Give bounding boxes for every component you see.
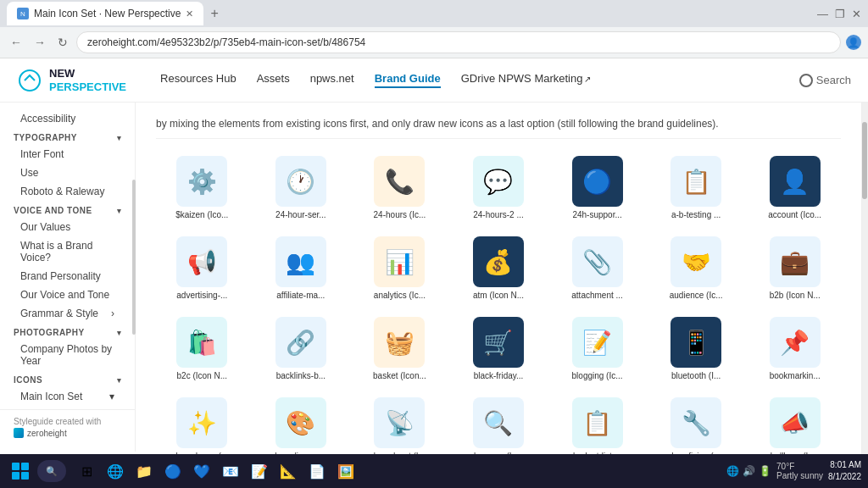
nav-brand-guide[interactable]: Brand Guide <box>375 72 441 88</box>
start-button[interactable] <box>7 458 34 485</box>
icon-label-24hours2: 24-hours-2 ... <box>473 210 523 219</box>
taskbar-app-vscode[interactable]: 💙 <box>188 458 215 485</box>
icon-item-24hours2[interactable]: 💬24-hours-2 ... <box>453 152 545 223</box>
icon-item-attachment[interactable]: 📎attachment ... <box>551 233 643 303</box>
icon-item-ab-testing[interactable]: 📋a-b-testing ... <box>650 152 743 223</box>
icon-item-bluetooth[interactable]: 📱bluetooth (I... <box>650 313 743 384</box>
tab-title: Main Icon Set · New Perspective <box>34 8 181 19</box>
icon-item-analytics[interactable]: 📊analytics (Ic... <box>353 233 446 303</box>
icon-item-advertising[interactable]: 📢advertising-... <box>156 233 248 303</box>
taskbar-app-chrome[interactable]: 🔵 <box>159 458 186 485</box>
icon-item-black-friday[interactable]: 🛒black-friday... <box>453 313 545 384</box>
icon-item-audience[interactable]: 🤝audience (Ic... <box>650 233 743 303</box>
sidebar-item-inter-font[interactable]: Inter Font <box>0 145 135 164</box>
icon-item-atm[interactable]: 💰atm (Icon N... <box>453 233 545 303</box>
sidebar-section-photography[interactable]: PHOTOGRAPHY ▾ <box>0 323 135 340</box>
taskbar-app-explorer[interactable]: 📁 <box>131 458 158 485</box>
icon-item-b2b[interactable]: 💼b2b (Icon N... <box>748 233 841 303</box>
restore-button[interactable]: ❐ <box>835 8 845 20</box>
sidebar-item-roboto[interactable]: Roboto & Raleway <box>0 182 135 201</box>
taskbar: 🔍 ⊞ 🌐 📁 🔵 💙 📧 📝 📐 📄 🖼️ 🌐 🔊 🔋 70°F Partly… <box>0 454 868 488</box>
icon-image-atm: 💰 <box>473 236 524 287</box>
sidebar-section-icons[interactable]: ICONS ▾ <box>0 370 135 387</box>
icon-item-backlinks[interactable]: 🔗backlinks-b... <box>255 313 348 384</box>
search-button[interactable]: Search <box>799 74 851 87</box>
sidebar-section-voice[interactable]: VOICE AND TONE ▾ <box>0 201 135 218</box>
sidebar-item-main-icon-set[interactable]: Main Icon Set ▾ <box>0 387 135 406</box>
taskbar-app-acrobat[interactable]: 📄 <box>303 458 331 485</box>
sidebar-item-our-values[interactable]: Our Values <box>0 218 135 236</box>
icon-item-basket[interactable]: 🧺basket (Icon... <box>353 313 446 384</box>
intro-text: by mixing the elements from existing ico… <box>156 116 841 139</box>
icon-label-bluetooth: bluetooth (I... <box>671 371 721 380</box>
taskbar-app-ps[interactable]: 🖼️ <box>332 458 359 485</box>
icon-item-kaizen[interactable]: ⚙️$kaizen (Ico... <box>156 152 248 223</box>
icon-label-black-friday: black-friday... <box>474 371 524 380</box>
close-window-button[interactable]: ✕ <box>852 8 861 20</box>
nav-npws[interactable]: npws.net <box>310 72 354 88</box>
forward-button[interactable]: → <box>31 34 49 51</box>
new-tab-button[interactable]: + <box>203 6 225 21</box>
profile-icon[interactable]: 👤 <box>846 35 861 50</box>
icon-item-b2c[interactable]: 🛍️b2c (Icon N... <box>156 313 248 384</box>
address-bar: ← → ↻ zeroheight.com/4e95323b2/p/735eb4-… <box>0 27 868 58</box>
sound-icon[interactable]: 🔊 <box>743 465 755 477</box>
icon-item-affiliate-ma[interactable]: 👥affiliate-ma... <box>255 233 348 303</box>
icon-label-24h-support: 24h-suppor... <box>572 210 621 219</box>
battery-icon[interactable]: 🔋 <box>759 465 771 477</box>
sidebar-section-typography[interactable]: TYPOGRAPHY ▾ <box>0 128 135 145</box>
tab-close-button[interactable]: ✕ <box>186 8 193 19</box>
chevron-down-icon: ▾ <box>117 329 122 337</box>
url-input[interactable]: zeroheight.com/4e95323b2/p/735eb4-main-i… <box>76 31 841 53</box>
icon-image-24hours: 📞 <box>374 156 425 207</box>
sidebar-item-accessibility[interactable]: Accessibility <box>0 109 135 128</box>
icon-image-bullhorn: 📣 <box>770 397 821 448</box>
minimize-button[interactable]: — <box>817 8 828 20</box>
icon-label-analytics: analytics (Ic... <box>374 291 426 300</box>
icon-image-audience: 🤝 <box>670 236 721 287</box>
main-scrollbar[interactable] <box>861 103 868 488</box>
icon-item-24hr-service[interactable]: 🕐24-hour-ser... <box>255 152 348 223</box>
sidebar-item-our-voice[interactable]: Our Voice and Tone <box>0 286 135 304</box>
sidebar-item-use[interactable]: Use <box>0 164 135 182</box>
icon-image-analytics: 📊 <box>374 236 425 287</box>
sidebar-item-company-photos[interactable]: Company Photos by Year <box>0 340 135 370</box>
icon-item-24h-support[interactable]: 🔵24h-suppor... <box>551 152 643 223</box>
nav-gdrive[interactable]: GDrive NPWS Marketing <box>461 72 592 88</box>
icon-label-backlinks: backlinks-b... <box>276 371 326 380</box>
icon-image-24hours2: 💬 <box>473 156 524 207</box>
sidebar-item-brand-voice[interactable]: What is a Brand Voice? <box>0 236 135 267</box>
icon-item-24hours[interactable]: 📞24-hours (Ic... <box>353 152 446 223</box>
icon-label-b2c: b2c (Icon N... <box>177 371 227 380</box>
search-label: Search <box>816 74 851 86</box>
taskbar-app-edge[interactable]: 🌐 <box>102 458 129 485</box>
time-display: 8:01 AM <box>828 459 861 471</box>
taskbar-app-widgets[interactable]: ⊞ <box>73 458 100 485</box>
sidebar-scrollbar[interactable] <box>132 180 136 334</box>
sidebar-item-grammar[interactable]: Grammar & Style › <box>0 304 135 323</box>
taskbar-app-outlook[interactable]: 📧 <box>217 458 244 485</box>
network-icon[interactable]: 🌐 <box>726 465 739 477</box>
icon-label-audience: audience (Ic... <box>670 291 723 300</box>
weather-display: 70°F Partly sunny <box>776 462 823 480</box>
icon-item-account[interactable]: 👤account (Ico... <box>748 152 841 223</box>
icon-label-bookmarking: bookmarkin... <box>770 371 821 380</box>
nav-assets[interactable]: Assets <box>257 72 290 88</box>
icon-item-blogging[interactable]: 📝blogging (Ic... <box>551 313 643 384</box>
taskbar-app-indesign[interactable]: 📐 <box>275 458 302 485</box>
taskbar-search[interactable]: 🔍 <box>37 460 66 482</box>
temperature: 70°F <box>776 462 823 471</box>
icon-image-browser: 🔍 <box>473 397 524 448</box>
nav-resources-hub[interactable]: Resources Hub <box>160 72 236 88</box>
sidebar-wrapper: Accessibility TYPOGRAPHY ▾ Inter Font Us… <box>0 103 136 488</box>
logo[interactable]: NEW PERSPECTIVE <box>17 67 126 93</box>
active-tab[interactable]: N Main Icon Set · New Perspective ✕ <box>7 2 203 25</box>
zeroheight-logo: zeroheight <box>14 428 121 438</box>
back-button[interactable]: ← <box>7 34 25 51</box>
icon-image-ab-testing: 📋 <box>670 156 721 207</box>
icon-image-advertising: 📢 <box>176 236 227 287</box>
icon-item-bookmarking[interactable]: 📌bookmarkin... <box>748 313 841 384</box>
sidebar-item-brand-personality[interactable]: Brand Personality <box>0 267 135 286</box>
taskbar-app-word[interactable]: 📝 <box>246 458 273 485</box>
reload-button[interactable]: ↻ <box>54 34 71 51</box>
